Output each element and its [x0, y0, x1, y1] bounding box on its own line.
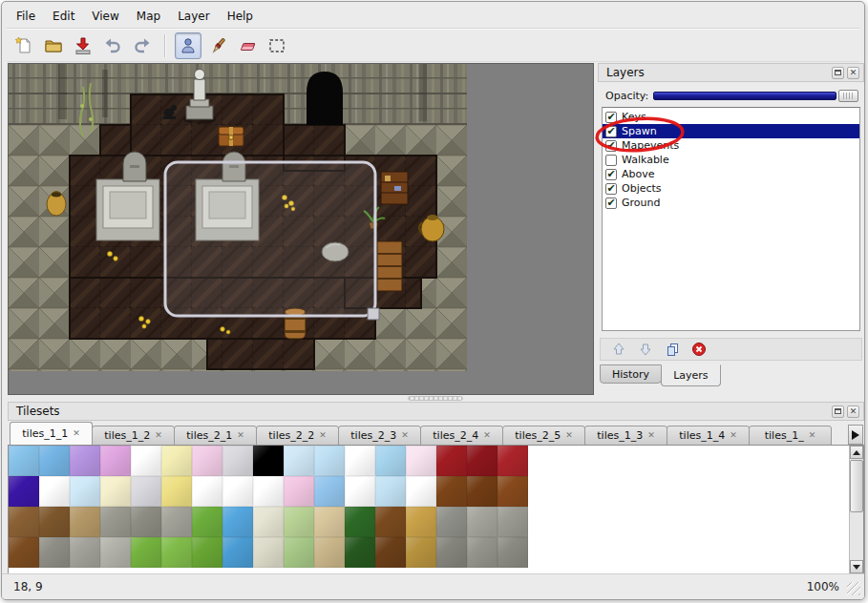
tileset-tile[interactable]: [345, 446, 375, 476]
tileset-tile[interactable]: [498, 537, 528, 568]
tileset-tile[interactable]: [9, 537, 39, 568]
tab-close-icon[interactable]: ✕: [319, 431, 327, 440]
layer-row-above[interactable]: ✔Above: [603, 167, 859, 181]
tileset-tile[interactable]: [253, 476, 284, 507]
layer-row-mapevents[interactable]: ✔Mapevents: [603, 138, 859, 153]
splitter-handle[interactable]: [408, 396, 463, 401]
tileset-tile[interactable]: [375, 446, 406, 476]
tileset-tile[interactable]: [467, 476, 498, 507]
tileset-tile[interactable]: [345, 537, 375, 568]
tileset-tab-tiles_2_5[interactable]: tiles_2_5✕: [502, 426, 585, 446]
layer-row-walkable[interactable]: Walkable: [603, 153, 859, 167]
map-canvas[interactable]: [9, 64, 467, 371]
save-button[interactable]: [70, 32, 96, 59]
menu-help[interactable]: Help: [219, 8, 262, 25]
tileset-tile[interactable]: [161, 446, 192, 476]
tileset-tile[interactable]: [284, 507, 314, 537]
tileset-tile[interactable]: [131, 507, 161, 537]
tab-close-icon[interactable]: ✕: [809, 431, 816, 440]
tab-close-icon[interactable]: ✕: [647, 431, 655, 440]
move-layer-down-button[interactable]: [637, 341, 654, 358]
tileset-tile[interactable]: [161, 507, 192, 537]
delete-layer-button[interactable]: [690, 341, 708, 358]
open-button[interactable]: [40, 32, 67, 59]
tab-layers[interactable]: Layers: [661, 364, 720, 386]
layers-float-button[interactable]: [832, 67, 844, 79]
tab-close-icon[interactable]: ✕: [401, 431, 409, 440]
layer-visibility-checkbox[interactable]: [605, 155, 617, 166]
tileset-tile[interactable]: [222, 476, 253, 507]
brush-tool-button[interactable]: [204, 32, 231, 59]
tileset-tab-tiles_1_[interactable]: tiles_1_✕: [749, 426, 832, 446]
tileset-tile[interactable]: [70, 507, 100, 537]
layer-row-keys[interactable]: ✔Keys: [603, 110, 859, 124]
layer-visibility-checkbox[interactable]: ✔: [605, 140, 617, 152]
tileset-tile[interactable]: [498, 507, 528, 537]
tileset-tile[interactable]: [345, 476, 375, 507]
new-file-button[interactable]: [11, 32, 37, 59]
tileset-grid[interactable]: [9, 446, 528, 568]
tileset-tile[interactable]: [192, 446, 222, 476]
tileset-tile[interactable]: [192, 507, 222, 537]
tileset-tile[interactable]: [314, 446, 345, 476]
tileset-tile[interactable]: [314, 476, 345, 507]
tileset-tile[interactable]: [284, 476, 314, 507]
tileset-tile[interactable]: [467, 446, 498, 476]
layer-row-ground[interactable]: ✔Ground: [603, 196, 859, 210]
tileset-tile[interactable]: [70, 537, 100, 568]
tab-close-icon[interactable]: ✕: [565, 431, 573, 440]
tileset-tab-tiles_2_2[interactable]: tiles_2_2✕: [256, 426, 339, 446]
tileset-tile[interactable]: [222, 537, 253, 568]
tileset-tile[interactable]: [253, 537, 284, 568]
layer-visibility-checkbox[interactable]: ✔: [605, 183, 617, 195]
scroll-up-button[interactable]: [850, 446, 863, 459]
undo-button[interactable]: [99, 32, 126, 59]
tileset-tile[interactable]: [498, 476, 528, 507]
tileset-tile[interactable]: [406, 507, 436, 537]
tab-close-icon[interactable]: ✕: [730, 431, 737, 440]
stamp-tool-button[interactable]: [175, 32, 201, 59]
tileset-tab-tiles_1_1[interactable]: tiles_1_1✕: [10, 422, 93, 446]
tileset-tile[interactable]: [39, 507, 70, 537]
tileset-tile[interactable]: [406, 476, 436, 507]
tileset-tile[interactable]: [314, 537, 345, 568]
tileset-tile[interactable]: [39, 537, 70, 568]
tileset-tab-tiles_2_4[interactable]: tiles_2_4✕: [420, 426, 503, 446]
tilesets-float-button[interactable]: [832, 405, 844, 418]
tileset-tile[interactable]: [161, 537, 192, 568]
layer-visibility-checkbox[interactable]: ✔: [605, 126, 617, 137]
tileset-tile[interactable]: [467, 507, 498, 537]
tileset-tile[interactable]: [314, 507, 345, 537]
eraser-tool-button[interactable]: [234, 32, 261, 59]
tileset-tile[interactable]: [100, 446, 131, 476]
tab-close-icon[interactable]: ✕: [483, 431, 491, 440]
tab-scroll-right-button[interactable]: [848, 425, 863, 445]
tileset-tile[interactable]: [131, 476, 161, 507]
tileset-tile[interactable]: [375, 537, 406, 568]
tileset-tile[interactable]: [498, 446, 528, 476]
tileset-tile[interactable]: [406, 446, 436, 476]
duplicate-layer-button[interactable]: [664, 341, 681, 358]
tileset-tile[interactable]: [253, 507, 284, 537]
tileset-tile[interactable]: [39, 446, 70, 476]
tab-close-icon[interactable]: ✕: [73, 429, 80, 438]
resize-grip[interactable]: [847, 582, 860, 595]
tileset-tile[interactable]: [100, 476, 131, 507]
map-view[interactable]: [8, 63, 594, 395]
tab-history[interactable]: History: [600, 364, 662, 384]
tileset-tile[interactable]: [222, 507, 253, 537]
menu-file[interactable]: File: [8, 8, 44, 25]
tileset-tile[interactable]: [375, 507, 406, 537]
menu-layer[interactable]: Layer: [169, 8, 218, 25]
tileset-tab-tiles_2_1[interactable]: tiles_2_1✕: [174, 426, 257, 446]
tileset-tile[interactable]: [161, 476, 192, 507]
tileset-tab-tiles_1_2[interactable]: tiles_1_2✕: [92, 426, 175, 446]
scroll-down-button[interactable]: [850, 560, 863, 573]
tileset-tile[interactable]: [467, 537, 498, 568]
select-tool-button[interactable]: [264, 32, 290, 59]
layer-visibility-checkbox[interactable]: ✔: [605, 198, 617, 209]
tileset-tab-tiles_1_4[interactable]: tiles_1_4✕: [667, 426, 750, 446]
tileset-tile[interactable]: [192, 537, 222, 568]
tileset-tile[interactable]: [284, 537, 314, 568]
menu-map[interactable]: Map: [128, 8, 169, 25]
